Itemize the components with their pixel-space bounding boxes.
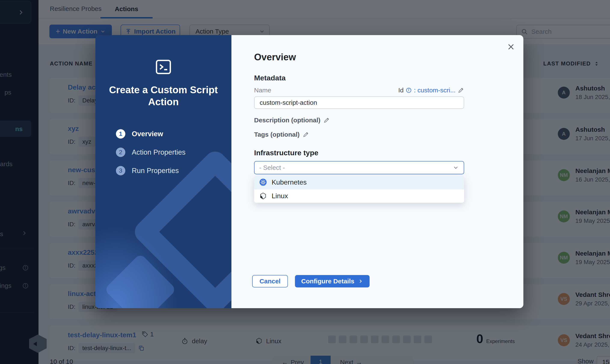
metadata-heading: Metadata [254, 74, 286, 82]
id-value-link[interactable]: : custom-scri... [414, 87, 455, 94]
configure-details-button[interactable]: Configure Details [295, 275, 370, 287]
option-linux[interactable]: Linux [254, 189, 464, 203]
terminal-icon [154, 58, 173, 74]
step-overview[interactable]: 1 Overview [116, 129, 163, 139]
kubernetes-icon [259, 178, 267, 186]
create-custom-script-action-modal: Create a Custom Script Action 1 Overview… [95, 35, 523, 308]
overview-heading: Overview [254, 52, 296, 63]
step-number: 3 [116, 166, 125, 175]
page: ments ps ns ards s gs ettings Resilience… [0, 0, 610, 364]
pencil-icon[interactable] [458, 87, 464, 93]
option-kubernetes[interactable]: Kubernetes [254, 175, 464, 189]
id-label: Id [398, 87, 404, 94]
step-number: 1 [116, 129, 125, 139]
tags-label: Tags (optional) [254, 131, 300, 138]
infrastructure-select[interactable]: - Select - [254, 161, 464, 174]
modal-right-panel: Overview Metadata Name Id : custom-scri.… [232, 35, 523, 308]
step-action-properties[interactable]: 2 Action Properties [116, 148, 185, 157]
pencil-icon[interactable] [303, 131, 309, 138]
option-label: Kubernetes [272, 178, 307, 186]
step-label: Run Properties [132, 167, 179, 175]
chevron-right-icon [358, 278, 363, 284]
step-label: Action Properties [132, 148, 185, 156]
pencil-icon[interactable] [323, 117, 330, 123]
option-label: Linux [272, 192, 288, 200]
modal-left-panel: Create a Custom Script Action 1 Overview… [95, 35, 232, 308]
linux-icon [259, 192, 267, 200]
infrastructure-dropdown-menu: Kubernetes Linux [254, 175, 464, 203]
infrastructure-type-heading: Infrastructure type [254, 149, 318, 157]
info-circle-icon[interactable] [406, 87, 412, 93]
name-input[interactable] [254, 96, 464, 109]
select-placeholder: - Select - [259, 164, 285, 171]
configure-details-label: Configure Details [301, 278, 354, 285]
modal-title: Create a Custom Script Action [108, 84, 219, 108]
name-label: Name [254, 87, 271, 94]
step-label: Overview [132, 130, 163, 138]
chevron-down-icon [453, 165, 459, 171]
step-number: 2 [116, 148, 125, 157]
description-label: Description (optional) [254, 117, 320, 124]
step-run-properties[interactable]: 3 Run Properties [116, 166, 179, 175]
close-icon[interactable] [507, 43, 515, 51]
cancel-button[interactable]: Cancel [252, 275, 288, 287]
